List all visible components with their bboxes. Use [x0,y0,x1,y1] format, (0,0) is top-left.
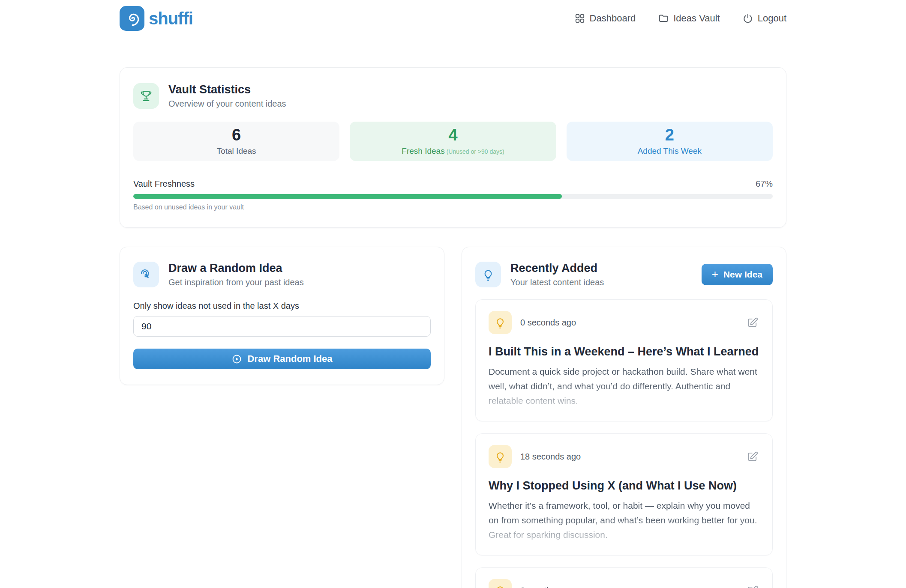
freshness-bar-fill [133,194,562,199]
draw-random-idea-card: Draw a Random Idea Get inspiration from … [120,247,444,385]
stat-fresh-ideas-value: 4 [448,127,457,143]
freshness-progress-track [133,194,773,199]
days-input[interactable] [133,316,431,337]
stat-total-ideas-label: Total Ideas [217,146,256,156]
nav-dashboard[interactable]: Dashboard [574,13,636,24]
idea-1-description: Document a quick side project or hackath… [489,364,759,408]
stat-fresh-ideas-sublabel: (Unused or >90 days) [447,148,504,155]
power-icon [742,13,753,24]
nav-logout-label: Logout [758,13,786,24]
idea-card-3: 2 months ago The Best Free APIs for Side… [475,567,773,588]
lightbulb-icon-blue [475,262,501,287]
nav-dashboard-label: Dashboard [590,13,636,24]
edit-icon[interactable] [746,584,759,588]
trophy-icon [133,83,159,109]
spiral-logo-icon [120,6,144,31]
idea-1-title: I Built This in a Weekend – Here’s What … [489,345,759,358]
idea-card-1: 0 seconds ago I Built This in a Weekend … [475,299,773,421]
grid-icon [574,13,585,24]
plus-icon: + [712,269,718,280]
freshness-percent: 67% [756,179,773,189]
edit-icon[interactable] [746,450,759,463]
edit-icon[interactable] [746,316,759,329]
days-input-label: Only show ideas not used in the last X d… [133,301,431,311]
draw-card-subtitle: Get inspiration from your past ideas [168,278,304,287]
cursor-click-icon [133,262,159,287]
nav-logout[interactable]: Logout [742,13,786,24]
idea-2-timestamp: 18 seconds ago [520,452,746,462]
lightbulb-icon-amber [489,311,512,334]
main-nav: Dashboard Ideas Vault Logout [574,13,786,24]
folder-icon [658,13,669,24]
stat-added-this-week: 2 Added This Week [567,122,773,161]
recently-added-title: Recently Added [510,262,604,275]
brand-logo[interactable]: shuffi [120,6,193,31]
idea-card-2: 18 seconds ago Why I Stopped Using X (an… [475,433,773,555]
play-circle-icon [231,354,242,364]
new-idea-button-label: New Idea [723,269,762,280]
recently-added-card: Recently Added Your latest content ideas… [462,247,786,588]
freshness-caption: Based on unused ideas in your vault [133,203,773,211]
vault-statistics-subtitle: Overview of your content ideas [168,99,286,109]
draw-card-title: Draw a Random Idea [168,262,304,275]
stat-total-ideas-value: 6 [232,127,241,143]
new-idea-button[interactable]: + New Idea [702,264,773,285]
vault-freshness-section: Vault Freshness 67% Based on unused idea… [133,179,773,211]
idea-3-timestamp: 2 months ago [520,586,746,588]
app-header: shuffi Dashboard [0,0,906,37]
idea-1-timestamp: 0 seconds ago [520,318,746,328]
draw-random-idea-button[interactable]: Draw Random Idea [133,349,431,369]
stat-fresh-ideas: 4 Fresh Ideas(Unused or >90 days) [350,122,556,161]
idea-2-title: Why I Stopped Using X (and What I Use No… [489,479,759,492]
recently-added-subtitle: Your latest content ideas [510,278,604,287]
vault-statistics-title: Vault Statistics [168,83,286,96]
stat-total-ideas: 6 Total Ideas [133,122,339,161]
nav-ideas-vault[interactable]: Ideas Vault [658,13,720,24]
draw-random-idea-button-label: Draw Random Idea [247,353,332,364]
brand-name: shuffi [149,9,193,28]
freshness-label: Vault Freshness [133,179,195,189]
lightbulb-icon-amber [489,579,512,588]
stat-added-this-week-label: Added This Week [638,146,702,156]
stat-added-this-week-value: 2 [665,127,674,143]
nav-ideas-vault-label: Ideas Vault [673,13,720,24]
stat-fresh-ideas-label: Fresh Ideas(Unused or >90 days) [402,146,504,156]
lightbulb-icon-amber [489,445,512,468]
vault-statistics-card: Vault Statistics Overview of your conten… [120,67,786,228]
main-content: Vault Statistics Overview of your conten… [120,67,786,588]
idea-2-description: Whether it’s a framework, tool, or habit… [489,498,759,542]
